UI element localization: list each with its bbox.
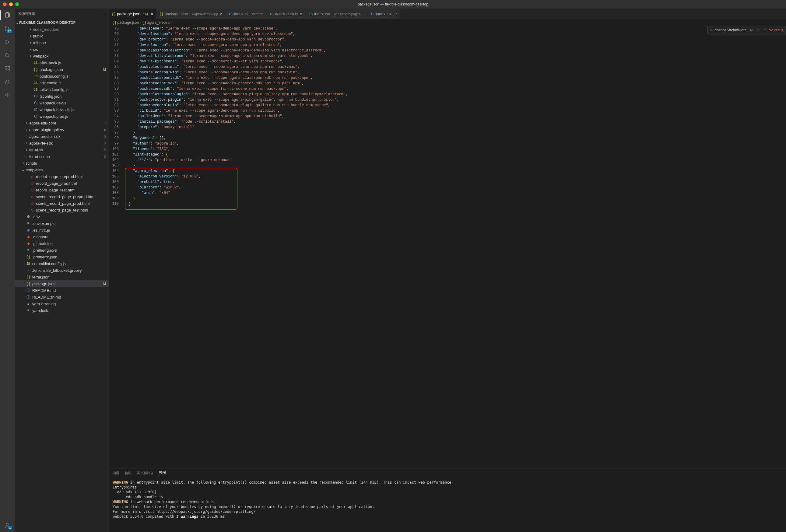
file-item[interactable]: ≡yarn.lock — [15, 307, 109, 314]
editor-tabs: { }package.json./M×{ }package.json.../ag… — [109, 8, 786, 19]
source-control-icon[interactable]: 12 — [4, 25, 11, 32]
svg-rect-6 — [5, 69, 7, 71]
terminal-body[interactable]: WARNING in entrypoint size limit: The fo… — [109, 478, 786, 532]
folder-item[interactable]: ›agora-proctor-sdkS — [15, 133, 109, 140]
svg-point-1 — [5, 29, 6, 30]
file-item[interactable]: JSafter-pack.js — [15, 59, 109, 66]
file-item[interactable]: { }package.jsonM — [15, 280, 109, 287]
svg-rect-5 — [8, 67, 10, 68]
file-item[interactable]: ⓘREADME.md — [15, 287, 109, 294]
find-text: changeStrokeWidth — [714, 27, 746, 33]
account-badge: 1 — [8, 526, 12, 530]
panel-tab[interactable]: 终端 — [159, 470, 166, 476]
folder-item[interactable]: ›agora-edu-coreS — [15, 120, 109, 126]
sidebar-more-icon[interactable]: ··· — [102, 12, 105, 16]
window-minimize-icon[interactable] — [9, 2, 13, 6]
panel-tab[interactable]: 调试控制台 — [137, 471, 154, 476]
project-header[interactable]: ⌄ FLEXIBLE-CLASSROOM-DESKTOP — [15, 19, 109, 26]
code-editor[interactable]: › changeStrokeWidth Aa ab .* No result 7… — [109, 26, 786, 468]
folder-item[interactable]: ›fcr-ui-sceneS — [15, 153, 109, 160]
folder-item[interactable]: ⌄templates — [15, 166, 109, 173]
file-item[interactable]: ◉.eslintrc.js — [15, 227, 109, 233]
svg-point-9 — [6, 82, 7, 82]
panel: 问题输出调试控制台终端 WARNING in entrypoint size l… — [109, 468, 786, 532]
close-tab-icon[interactable]: × — [151, 11, 153, 17]
svg-point-11 — [6, 523, 8, 525]
code-body[interactable]: "dev:scene": "lerna exec --scope=agora-d… — [124, 26, 786, 468]
share-icon[interactable] — [4, 92, 11, 99]
folder-item[interactable]: ›scripts — [15, 160, 109, 166]
file-item[interactable]: { }lerna.json — [15, 274, 109, 280]
folder-item[interactable]: ›webpack — [15, 53, 109, 59]
project-name: FLEXIBLE-CLASSROOM-DESKTOP — [19, 21, 75, 24]
file-item[interactable]: ◆.gitmodules — [15, 240, 109, 247]
file-item[interactable]: ⬡webpack.prod.js — [15, 113, 109, 120]
editor-tab[interactable]: TSindex.tsx.../ — [367, 8, 400, 19]
file-item[interactable]: ◇record_page_test.html — [15, 187, 109, 193]
run-debug-icon[interactable] — [4, 38, 11, 46]
svg-rect-7 — [8, 69, 10, 71]
file-item[interactable]: { }package.jsonM — [15, 66, 109, 73]
file-item[interactable]: JSpostcss.config.js — [15, 73, 109, 79]
file-item[interactable]: ⬡webpack.dev.sdk.js — [15, 106, 109, 113]
line-numbers: 7879808182838485868788899091929394959697… — [109, 26, 124, 468]
file-item[interactable]: ≡.prettierignore — [15, 247, 109, 254]
find-widget[interactable]: › changeStrokeWidth Aa ab .* No result — [708, 26, 786, 34]
find-result: No result — [769, 27, 783, 33]
activity-bar: 12 1 — [0, 8, 15, 532]
editor-tab[interactable]: TSagora-chat.tsM — [267, 8, 306, 19]
folder-item[interactable]: ›fcr-ui-kitS — [15, 146, 109, 153]
extensions-icon[interactable] — [4, 65, 11, 72]
file-tree: ›node_modules›public›release›src›webpack… — [15, 26, 109, 532]
file-item[interactable]: ◇scene_record_page_test.html — [15, 207, 109, 213]
explorer-icon[interactable] — [4, 11, 11, 19]
match-case-icon[interactable]: Aa — [749, 27, 754, 33]
find-prev-icon[interactable]: › — [710, 27, 711, 33]
file-item[interactable]: ◇record_page_preprod.html — [15, 173, 109, 180]
file-item[interactable]: ⬡webpack.dev.js — [15, 99, 109, 106]
file-item[interactable]: ◇scene_record_page_preprod.html — [15, 193, 109, 200]
folder-item[interactable]: ›node_modules — [15, 26, 109, 32]
file-item[interactable]: ⋆Jenkinsfile_bitbucket.groovy — [15, 267, 109, 274]
file-item[interactable]: JSsdk.config.js — [15, 79, 109, 86]
panel-tab[interactable]: 输出 — [125, 471, 132, 476]
editor-tab[interactable]: TSindex.ts.../stream — [226, 8, 267, 19]
folder-item[interactable]: ›src — [15, 46, 109, 53]
search-icon[interactable] — [4, 52, 11, 59]
file-item[interactable]: ⚙.env — [15, 213, 109, 220]
file-item[interactable]: ◆.gitignore — [15, 233, 109, 240]
sidebar: 资源管理器 ··· ⌄ FLEXIBLE-CLASSROOM-DESKTOP ›… — [15, 8, 109, 532]
svg-point-10 — [8, 82, 8, 82]
file-item[interactable]: JScommitlint.config.js — [15, 260, 109, 267]
folder-item[interactable]: ›agora-plugin-gallery● — [15, 126, 109, 133]
svg-point-8 — [5, 80, 9, 84]
panel-tab[interactable]: 问题 — [113, 471, 119, 476]
file-item[interactable]: ⓘREADME.zh.md — [15, 294, 109, 300]
window-title: package.json — flexible-classroom-deskto… — [358, 2, 428, 6]
svg-point-0 — [5, 26, 6, 27]
folder-item[interactable]: ›agora-rte-sdkS — [15, 140, 109, 146]
file-item[interactable]: JStailwind.config.js — [15, 86, 109, 93]
file-item[interactable]: ≡yarn-error.log — [15, 300, 109, 307]
breadcrumb[interactable]: { } package.json › { } agora_electron — [109, 19, 786, 26]
account-icon[interactable]: 1 — [4, 522, 11, 529]
folder-item[interactable]: ›public — [15, 32, 109, 39]
editor-tab[interactable]: { }package.json./M× — [109, 8, 157, 19]
file-item[interactable]: TStsconfig.json — [15, 93, 109, 99]
titlebar: package.json — flexible-classroom-deskto… — [0, 0, 786, 8]
copilot-icon[interactable] — [4, 78, 11, 86]
window-close-icon[interactable] — [3, 2, 7, 6]
match-word-icon[interactable]: ab — [757, 27, 760, 33]
window-maximize-icon[interactable] — [15, 2, 19, 6]
file-item[interactable]: ≡.env.example — [15, 220, 109, 227]
file-item[interactable]: ◇scene_record_page_prod.html — [15, 200, 109, 207]
file-item[interactable]: { }.prettierrc.json — [15, 254, 109, 260]
svg-rect-4 — [5, 67, 7, 68]
file-item[interactable]: ◇record_page_prod.html — [15, 180, 109, 187]
editor-tab[interactable]: TSindex.tsx.../classroom/pages/... — [306, 8, 367, 19]
editor-tab[interactable]: { }package.json.../agora-demo-appM — [157, 8, 226, 19]
panel-tabs: 问题输出调试控制台终端 — [109, 468, 786, 478]
regex-icon[interactable]: .* — [763, 27, 766, 33]
folder-item[interactable]: ›release — [15, 39, 109, 46]
svg-point-3 — [5, 53, 8, 56]
